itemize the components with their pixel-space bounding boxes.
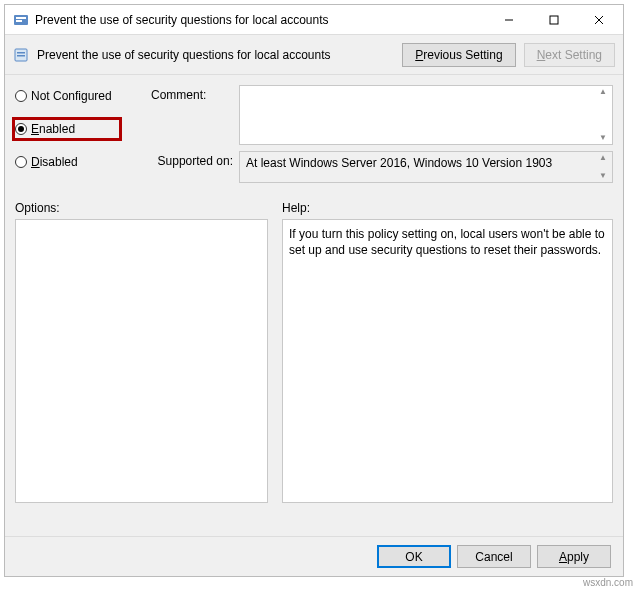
radio-circle-checked-icon xyxy=(15,123,27,135)
scroll-down-icon: ▼ xyxy=(595,133,611,143)
svg-rect-2 xyxy=(16,20,22,22)
policy-icon xyxy=(13,47,29,63)
svg-rect-8 xyxy=(17,52,25,54)
scroll-up-icon: ▲ xyxy=(595,153,611,163)
window-title: Prevent the use of security questions fo… xyxy=(35,13,486,27)
scrollbar[interactable]: ▲ ▼ xyxy=(595,153,611,181)
scrollbar[interactable]: ▲ ▼ xyxy=(595,87,611,143)
radio-label: Disabled xyxy=(31,155,78,169)
help-label: Help: xyxy=(282,201,613,215)
policy-dialog: Prevent the use of security questions fo… xyxy=(4,4,624,577)
svg-rect-4 xyxy=(550,16,558,24)
radio-not-configured[interactable]: Not Configured xyxy=(15,87,145,105)
state-radio-group: Not Configured Enabled Disabled xyxy=(15,85,145,171)
help-box: If you turn this policy setting on, loca… xyxy=(282,219,613,503)
top-settings-grid: Not Configured Enabled Disabled Comment:… xyxy=(15,85,613,183)
minimize-button[interactable] xyxy=(486,6,531,34)
maximize-button[interactable] xyxy=(531,6,576,34)
radio-enabled[interactable]: Enabled xyxy=(12,117,122,141)
supported-on-field: At least Windows Server 2016, Windows 10… xyxy=(239,151,613,183)
options-box[interactable] xyxy=(15,219,268,503)
radio-label: Not Configured xyxy=(31,89,112,103)
options-column: Options: xyxy=(15,201,268,503)
svg-rect-9 xyxy=(17,55,25,57)
close-button[interactable] xyxy=(576,6,621,34)
comment-textarea[interactable]: ▲ ▼ xyxy=(239,85,613,145)
comment-label: Comment: xyxy=(151,85,233,102)
svg-rect-1 xyxy=(16,17,26,19)
button-bar: OK Cancel Apply xyxy=(5,536,623,576)
help-value: If you turn this policy setting on, loca… xyxy=(289,227,605,257)
toolbar: Prevent the use of security questions fo… xyxy=(5,35,623,75)
cancel-button[interactable]: Cancel xyxy=(457,545,531,568)
watermark-text: wsxdn.com xyxy=(583,577,633,588)
previous-setting-button[interactable]: Previous Setting xyxy=(402,43,515,67)
next-setting-button[interactable]: Next Setting xyxy=(524,43,615,67)
help-column: Help: If you turn this policy setting on… xyxy=(282,201,613,503)
supported-on-label: Supported on: xyxy=(151,151,233,168)
titlebar: Prevent the use of security questions fo… xyxy=(5,5,623,35)
radio-circle-icon xyxy=(15,156,27,168)
options-label: Options: xyxy=(15,201,268,215)
scroll-up-icon: ▲ xyxy=(595,87,611,97)
apply-button[interactable]: Apply xyxy=(537,545,611,568)
toolbar-title: Prevent the use of security questions fo… xyxy=(37,48,394,62)
radio-circle-icon xyxy=(15,90,27,102)
radio-disabled[interactable]: Disabled xyxy=(15,153,145,171)
ok-button[interactable]: OK xyxy=(377,545,451,568)
lower-panels: Options: Help: If you turn this policy s… xyxy=(15,201,613,503)
app-icon xyxy=(13,12,29,28)
scroll-down-icon: ▼ xyxy=(595,171,611,181)
window-controls xyxy=(486,6,621,34)
radio-label: Enabled xyxy=(31,122,75,136)
content-area: Not Configured Enabled Disabled Comment:… xyxy=(5,75,623,536)
supported-on-value: At least Windows Server 2016, Windows 10… xyxy=(246,156,552,170)
